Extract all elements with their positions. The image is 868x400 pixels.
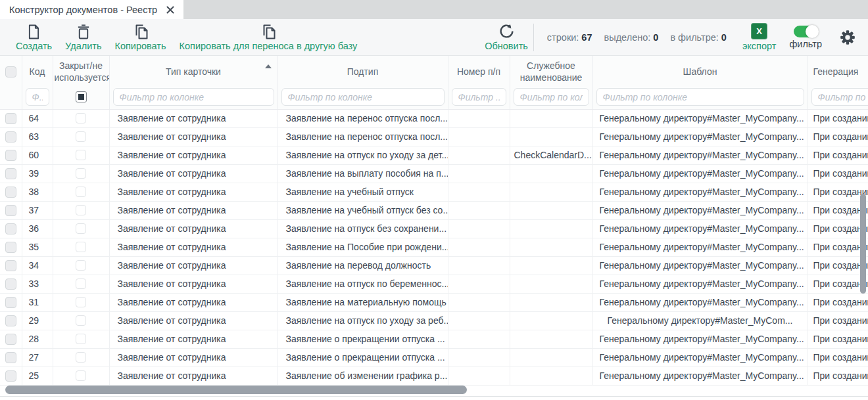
filter-toggle-switch[interactable] <box>794 26 818 37</box>
delete-button[interactable]: Удалить <box>65 23 101 51</box>
cell-code: 31 <box>22 293 53 311</box>
closed-checkbox[interactable] <box>76 334 86 344</box>
vertical-scrollbar-thumb[interactable] <box>860 194 866 294</box>
cell-code: 63 <box>22 127 53 146</box>
closed-checkbox[interactable] <box>76 278 86 289</box>
table-row[interactable]: 60Заявление от сотрудникаЗаявление на от… <box>0 146 868 164</box>
closed-checkbox[interactable] <box>76 150 86 160</box>
selected-count: выделено:0 <box>604 32 659 43</box>
column-header-generation[interactable]: Генерация <box>808 56 868 87</box>
table-row[interactable]: 64Заявление от сотрудникаЗаявление на пе… <box>0 109 868 127</box>
row-select-checkbox[interactable] <box>5 187 16 198</box>
copy-button[interactable]: Копировать <box>114 23 166 51</box>
cell-generation: При создании <box>808 367 868 385</box>
table-row[interactable]: 27Заявление от сотрудникаЗаявление о пре… <box>0 348 868 367</box>
row-select-checkbox[interactable] <box>5 334 16 345</box>
cell-service-name <box>510 275 592 293</box>
row-select-checkbox[interactable] <box>5 150 16 161</box>
row-select-checkbox[interactable] <box>5 278 16 290</box>
row-select-checkbox[interactable] <box>5 205 16 216</box>
closed-checkbox[interactable] <box>76 187 86 197</box>
copy-icon <box>261 23 276 39</box>
closed-checkbox[interactable] <box>76 205 86 215</box>
new-document-icon <box>28 23 40 39</box>
row-select-checkbox[interactable] <box>5 168 16 179</box>
closed-checkbox[interactable] <box>76 352 86 363</box>
create-button[interactable]: Создать <box>16 23 52 51</box>
tab-document-constructor[interactable]: Конструктор документов - Реестр <box>0 0 183 19</box>
filter-input-template[interactable] <box>596 88 804 106</box>
horizontal-scrollbar-thumb[interactable] <box>5 386 467 394</box>
row-select-checkbox[interactable] <box>5 370 16 382</box>
export-button[interactable]: X экспорт <box>742 23 776 51</box>
copy-transfer-button[interactable]: Копировать для переноса в другую базу <box>180 23 358 51</box>
table-row[interactable]: 38Заявление от сотрудникаЗаявление на уч… <box>0 183 868 201</box>
cell-code: 28 <box>22 330 53 348</box>
table-row[interactable]: 34Заявление от сотрудникаЗаявление на пе… <box>0 256 868 275</box>
closed-checkbox[interactable] <box>76 315 86 326</box>
cell-code: 35 <box>22 238 53 256</box>
closed-checkbox[interactable] <box>76 242 86 252</box>
closed-checkbox[interactable] <box>76 131 86 142</box>
select-all-checkbox[interactable] <box>5 66 16 78</box>
filter-input-service_name[interactable] <box>514 88 589 106</box>
cell-subtype: Заявление на отпуск по уходу за дет... <box>277 146 448 164</box>
header-row: КодЗакрыт/не используетсяТип карточкиПод… <box>0 56 868 87</box>
cell-generation: При создании <box>808 127 868 146</box>
row-select-checkbox[interactable] <box>5 131 16 143</box>
cell-card-type: Заявление от сотрудника <box>109 127 277 146</box>
table-row[interactable]: 28Заявление от сотрудникаЗаявление о пре… <box>0 330 868 348</box>
filter-input-card_type[interactable] <box>113 88 274 106</box>
cell-closed <box>53 146 109 164</box>
tab-close-icon[interactable] <box>166 6 174 14</box>
table-row[interactable]: 31Заявление от сотрудникаЗаявление на ма… <box>0 293 868 311</box>
create-button-label: Создать <box>16 41 52 51</box>
settings-gear-icon[interactable] <box>839 29 856 49</box>
cell-closed <box>53 275 109 293</box>
table-row[interactable]: 63Заявление от сотрудникаЗаявление на пе… <box>0 127 868 146</box>
closed-checkbox[interactable] <box>76 113 86 123</box>
column-header-template[interactable]: Шаблон <box>592 56 808 87</box>
filter-input-generation[interactable] <box>811 88 868 106</box>
closed-checkbox[interactable] <box>76 260 86 271</box>
closed-filter-checkbox[interactable] <box>76 91 87 102</box>
row-select-checkbox[interactable] <box>5 223 16 234</box>
table-row[interactable]: 33Заявление от сотрудникаЗаявление на от… <box>0 275 868 293</box>
closed-checkbox[interactable] <box>76 297 86 307</box>
closed-checkbox[interactable] <box>76 370 86 381</box>
cell-service-name <box>510 311 592 330</box>
table-row[interactable]: 35Заявление от сотрудникаЗаявление на По… <box>0 238 868 256</box>
cell-select <box>0 275 22 293</box>
row-select-checkbox[interactable] <box>5 297 16 308</box>
row-select-checkbox[interactable] <box>5 260 16 271</box>
table-row[interactable]: 36Заявление от сотрудникаЗаявление на от… <box>0 219 868 238</box>
cell-card-type: Заявление от сотрудника <box>109 367 277 385</box>
table-row[interactable]: 37Заявление от сотрудникаЗаявление на уч… <box>0 201 868 219</box>
column-header-number[interactable]: Номер п/п <box>448 56 510 87</box>
cell-number <box>448 293 510 311</box>
cell-subtype: Заявление на перенос отпуска посл... <box>277 127 448 146</box>
row-select-checkbox[interactable] <box>5 242 16 253</box>
cell-number <box>448 109 510 127</box>
row-select-checkbox[interactable] <box>5 352 16 363</box>
filter-input-subtype[interactable] <box>281 88 445 106</box>
cell-select <box>0 127 22 146</box>
refresh-button[interactable]: Обновить <box>485 23 528 51</box>
row-select-checkbox[interactable] <box>5 113 16 124</box>
filter-cell-closed <box>53 87 109 109</box>
cell-select <box>0 238 22 256</box>
filter-toggle[interactable]: фильтр <box>789 23 822 49</box>
closed-checkbox[interactable] <box>76 168 86 179</box>
table-row[interactable]: 39Заявление от сотрудникаЗаявление на вы… <box>0 164 868 183</box>
filter-input-number[interactable] <box>452 88 506 106</box>
column-header-card_type[interactable]: Тип карточки <box>109 56 277 87</box>
row-select-checkbox[interactable] <box>5 315 16 326</box>
column-header-code[interactable]: Код <box>22 56 53 87</box>
column-header-subtype[interactable]: Подтип <box>277 56 448 87</box>
table-row[interactable]: 25Заявление от сотрудникаЗаявление об из… <box>0 367 868 385</box>
column-header-service_name[interactable]: Служебное наименование <box>510 56 592 87</box>
filter-input-code[interactable] <box>26 88 49 106</box>
table-row[interactable]: 29Заявление от сотрудникаЗаявление на от… <box>0 311 868 330</box>
closed-checkbox[interactable] <box>76 223 86 234</box>
column-header-closed[interactable]: Закрыт/не используется <box>53 56 109 87</box>
